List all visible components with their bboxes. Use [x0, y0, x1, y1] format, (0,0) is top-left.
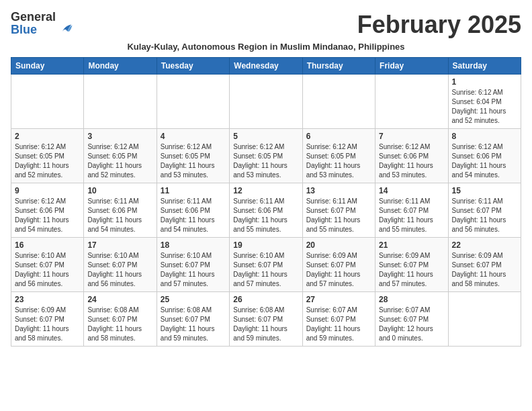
day-info: Sunrise: 6:11 AM Sunset: 6:06 PM Dayligh…	[233, 197, 298, 234]
day-number: 14	[379, 186, 444, 195]
day-info: Sunrise: 6:11 AM Sunset: 6:06 PM Dayligh…	[161, 197, 226, 234]
calendar-cell: 12Sunrise: 6:11 AM Sunset: 6:06 PM Dayli…	[230, 183, 302, 238]
calendar-cell	[157, 75, 229, 129]
month-title: February 2025	[357, 11, 521, 39]
day-info: Sunrise: 6:11 AM Sunset: 6:07 PM Dayligh…	[306, 197, 371, 234]
calendar-cell: 6Sunrise: 6:12 AM Sunset: 6:05 PM Daylig…	[302, 129, 375, 183]
weekday-header-friday: Friday	[375, 58, 448, 75]
calendar-cell: 23Sunrise: 6:09 AM Sunset: 6:07 PM Dayli…	[11, 292, 84, 347]
calendar-cell: 5Sunrise: 6:12 AM Sunset: 6:05 PM Daylig…	[230, 129, 302, 183]
logo-blue-text: Blue	[11, 23, 37, 36]
calendar-cell	[448, 292, 521, 347]
day-info: Sunrise: 6:09 AM Sunset: 6:07 PM Dayligh…	[15, 306, 80, 343]
day-info: Sunrise: 6:09 AM Sunset: 6:07 PM Dayligh…	[452, 251, 517, 289]
day-number: 17	[87, 240, 152, 250]
day-number: 5	[233, 132, 298, 141]
day-info: Sunrise: 6:12 AM Sunset: 6:05 PM Dayligh…	[306, 142, 371, 180]
day-info: Sunrise: 6:12 AM Sunset: 6:05 PM Dayligh…	[15, 142, 80, 180]
day-number: 28	[379, 295, 444, 304]
day-info: Sunrise: 6:07 AM Sunset: 6:07 PM Dayligh…	[379, 306, 444, 343]
calendar-cell: 16Sunrise: 6:10 AM Sunset: 6:07 PM Dayli…	[11, 238, 84, 292]
logo-bird-icon	[58, 21, 73, 36]
weekday-header-thursday: Thursday	[302, 58, 375, 75]
day-number: 24	[87, 295, 152, 304]
weekday-header-sunday: Sunday	[11, 58, 84, 75]
weekday-header-monday: Monday	[84, 58, 157, 75]
day-number: 8	[452, 132, 517, 141]
day-info: Sunrise: 6:10 AM Sunset: 6:07 PM Dayligh…	[161, 251, 226, 289]
week-row-4: 16Sunrise: 6:10 AM Sunset: 6:07 PM Dayli…	[11, 238, 521, 292]
day-number: 15	[452, 186, 517, 195]
calendar-subtitle: Kulay-Kulay, Autonomous Region in Muslim…	[11, 42, 521, 52]
calendar-cell: 9Sunrise: 6:12 AM Sunset: 6:06 PM Daylig…	[11, 183, 84, 238]
day-info: Sunrise: 6:09 AM Sunset: 6:07 PM Dayligh…	[379, 251, 444, 289]
day-info: Sunrise: 6:11 AM Sunset: 6:07 PM Dayligh…	[452, 197, 517, 234]
day-info: Sunrise: 6:12 AM Sunset: 6:05 PM Dayligh…	[233, 142, 298, 180]
day-number: 2	[15, 132, 80, 141]
week-row-5: 23Sunrise: 6:09 AM Sunset: 6:07 PM Dayli…	[11, 292, 521, 347]
day-info: Sunrise: 6:08 AM Sunset: 6:07 PM Dayligh…	[87, 306, 152, 343]
week-row-3: 9Sunrise: 6:12 AM Sunset: 6:06 PM Daylig…	[11, 183, 521, 238]
calendar-cell: 26Sunrise: 6:08 AM Sunset: 6:07 PM Dayli…	[230, 292, 302, 347]
logo: General Blue	[11, 11, 73, 36]
calendar-cell	[302, 75, 375, 129]
day-info: Sunrise: 6:11 AM Sunset: 6:07 PM Dayligh…	[379, 197, 444, 234]
day-info: Sunrise: 6:07 AM Sunset: 6:07 PM Dayligh…	[306, 306, 371, 343]
calendar-cell: 24Sunrise: 6:08 AM Sunset: 6:07 PM Dayli…	[84, 292, 157, 347]
day-number: 3	[87, 132, 152, 141]
day-number: 18	[161, 240, 226, 250]
day-info: Sunrise: 6:09 AM Sunset: 6:07 PM Dayligh…	[306, 251, 371, 289]
weekday-header-row: SundayMondayTuesdayWednesdayThursdayFrid…	[11, 58, 521, 75]
day-info: Sunrise: 6:12 AM Sunset: 6:04 PM Dayligh…	[452, 88, 517, 126]
calendar-cell: 4Sunrise: 6:12 AM Sunset: 6:05 PM Daylig…	[157, 129, 229, 183]
calendar-cell: 1Sunrise: 6:12 AM Sunset: 6:04 PM Daylig…	[448, 75, 521, 129]
day-number: 4	[161, 132, 226, 141]
day-number: 16	[15, 240, 80, 250]
calendar-cell	[230, 75, 302, 129]
day-info: Sunrise: 6:10 AM Sunset: 6:07 PM Dayligh…	[87, 251, 152, 289]
calendar-cell: 14Sunrise: 6:11 AM Sunset: 6:07 PM Dayli…	[375, 183, 448, 238]
weekday-header-saturday: Saturday	[448, 58, 521, 75]
day-info: Sunrise: 6:10 AM Sunset: 6:07 PM Dayligh…	[15, 251, 80, 289]
day-number: 22	[452, 240, 517, 250]
calendar-cell: 17Sunrise: 6:10 AM Sunset: 6:07 PM Dayli…	[84, 238, 157, 292]
day-info: Sunrise: 6:12 AM Sunset: 6:06 PM Dayligh…	[379, 142, 444, 180]
day-info: Sunrise: 6:10 AM Sunset: 6:07 PM Dayligh…	[233, 251, 298, 289]
weekday-header-wednesday: Wednesday	[230, 58, 302, 75]
day-number: 13	[306, 186, 371, 195]
day-number: 6	[306, 132, 371, 141]
day-number: 20	[306, 240, 371, 250]
day-number: 27	[306, 295, 371, 304]
day-info: Sunrise: 6:08 AM Sunset: 6:07 PM Dayligh…	[233, 306, 298, 343]
calendar-cell: 10Sunrise: 6:11 AM Sunset: 6:06 PM Dayli…	[84, 183, 157, 238]
calendar-cell: 2Sunrise: 6:12 AM Sunset: 6:05 PM Daylig…	[11, 129, 84, 183]
calendar-cell: 19Sunrise: 6:10 AM Sunset: 6:07 PM Dayli…	[230, 238, 302, 292]
day-number: 9	[15, 186, 80, 195]
week-row-2: 2Sunrise: 6:12 AM Sunset: 6:05 PM Daylig…	[11, 129, 521, 183]
calendar-cell: 18Sunrise: 6:10 AM Sunset: 6:07 PM Dayli…	[157, 238, 229, 292]
logo-general-text: General	[11, 10, 56, 24]
calendar-cell	[375, 75, 448, 129]
calendar-cell	[84, 75, 157, 129]
day-info: Sunrise: 6:12 AM Sunset: 6:05 PM Dayligh…	[87, 142, 152, 180]
calendar-cell: 3Sunrise: 6:12 AM Sunset: 6:05 PM Daylig…	[84, 129, 157, 183]
calendar-table: SundayMondayTuesdayWednesdayThursdayFrid…	[11, 57, 521, 347]
day-number: 23	[15, 295, 80, 304]
day-info: Sunrise: 6:08 AM Sunset: 6:07 PM Dayligh…	[161, 306, 226, 343]
calendar-cell: 20Sunrise: 6:09 AM Sunset: 6:07 PM Dayli…	[302, 238, 375, 292]
calendar-cell: 22Sunrise: 6:09 AM Sunset: 6:07 PM Dayli…	[448, 238, 521, 292]
day-number: 1	[452, 77, 517, 87]
calendar-cell: 25Sunrise: 6:08 AM Sunset: 6:07 PM Dayli…	[157, 292, 229, 347]
day-number: 25	[161, 295, 226, 304]
day-number: 7	[379, 132, 444, 141]
day-info: Sunrise: 6:12 AM Sunset: 6:06 PM Dayligh…	[452, 142, 517, 180]
calendar-cell: 27Sunrise: 6:07 AM Sunset: 6:07 PM Dayli…	[302, 292, 375, 347]
calendar-cell: 28Sunrise: 6:07 AM Sunset: 6:07 PM Dayli…	[375, 292, 448, 347]
day-number: 12	[233, 186, 298, 195]
week-row-1: 1Sunrise: 6:12 AM Sunset: 6:04 PM Daylig…	[11, 75, 521, 129]
calendar-cell: 8Sunrise: 6:12 AM Sunset: 6:06 PM Daylig…	[448, 129, 521, 183]
day-number: 21	[379, 240, 444, 250]
calendar-cell: 7Sunrise: 6:12 AM Sunset: 6:06 PM Daylig…	[375, 129, 448, 183]
day-number: 11	[161, 186, 226, 195]
calendar-cell: 13Sunrise: 6:11 AM Sunset: 6:07 PM Dayli…	[302, 183, 375, 238]
